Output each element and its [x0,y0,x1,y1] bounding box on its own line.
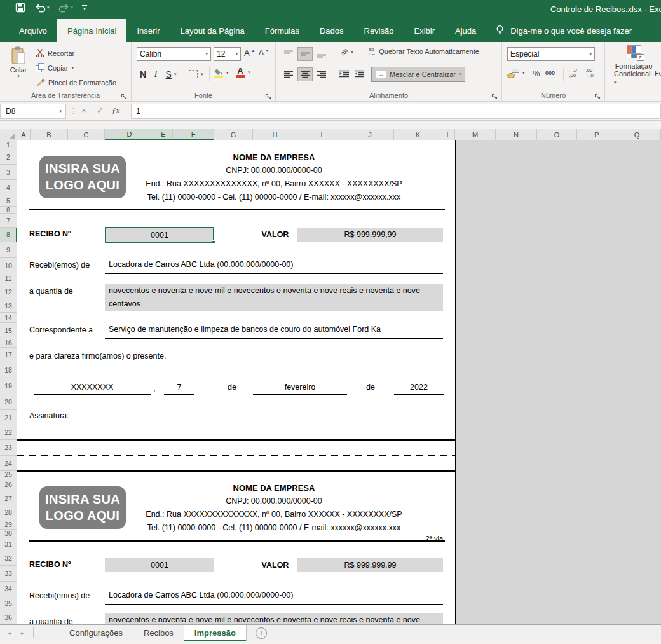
row-header-26[interactable]: 26 [0,477,17,491]
column-header-B[interactable]: B [31,129,68,140]
logo-placeholder-copy2[interactable]: INSIRA SUA LOGO AQUI [39,486,126,529]
conditional-formatting-button[interactable]: ≠ Formatação Condicional ▾ [614,45,653,85]
column-header-D[interactable]: D [105,129,154,140]
row-header-7[interactable]: 7 [0,214,17,228]
sheet-nav-left-icon[interactable]: ◂ [8,629,11,636]
decrease-indent-button[interactable] [339,70,349,78]
decrease-decimal-button[interactable]: ,00→,0 [585,68,594,78]
recibo-number-cell-copy2[interactable]: 0001 [105,558,214,572]
column-header-M[interactable]: M [455,129,496,140]
row-header-36[interactable]: 36 [0,610,17,624]
row-header-1[interactable]: 1 [0,140,17,149]
row-header-23[interactable]: 23 [0,440,17,456]
column-header-A[interactable]: A [17,129,31,140]
row-header-8[interactable]: 8 [0,228,17,242]
sheet-tab-recibos[interactable]: Recibos [133,625,184,641]
align-middle-button[interactable] [297,47,313,61]
tell-me-box[interactable]: Diga-me o que você deseja fazer [495,19,632,42]
tab-exibir[interactable]: Exibir [404,19,445,42]
column-header-H[interactable]: H [253,129,297,140]
row-header-31[interactable]: 31 [0,537,17,551]
font-color-button[interactable]: A ▾ [236,67,250,78]
sheet-tab-impressao[interactable]: Impressão [184,625,247,641]
row-header-34[interactable]: 34 [0,582,17,596]
row-header-11[interactable]: 11 [0,273,17,284]
row-header-17[interactable]: 17 [0,348,17,362]
fill-handle[interactable] [212,240,215,244]
row-header-13[interactable]: 13 [0,299,17,313]
row-header-30[interactable]: 30 [0,530,17,537]
merge-center-button[interactable]: ↔ Mesclar e Centralizar ▾ [371,67,465,82]
year-field[interactable]: 2022 [394,381,444,395]
paste-button[interactable]: Colar ▾ [5,46,32,79]
column-header-L[interactable]: L [442,129,455,140]
clipboard-dialog-launcher-icon[interactable] [121,92,128,99]
number-dialog-launcher-icon[interactable] [594,92,601,99]
city-field[interactable]: XXXXXXXX [34,381,151,395]
tab-dados[interactable]: Dados [310,19,354,42]
align-left-button[interactable] [281,67,296,81]
tab-arquivo[interactable]: Arquivo [9,19,57,42]
align-top-button[interactable] [281,47,296,61]
column-header-F[interactable]: F [173,129,214,140]
column-header-P[interactable]: P [577,129,617,140]
row-header-14[interactable]: 14 [0,313,17,323]
reference-field[interactable]: Serviço de manutenção e limpeza de banco… [105,322,443,339]
align-right-button[interactable] [314,67,329,81]
formula-input[interactable]: 1 [131,104,661,119]
row-header-29[interactable]: 29 [0,519,17,530]
font-dialog-launcher-icon[interactable] [265,92,272,99]
column-header-J[interactable]: J [346,129,394,140]
column-header-I[interactable]: I [297,129,346,140]
row-header-32[interactable]: 32 [0,551,17,566]
logo-placeholder[interactable]: INSIRA SUA LOGO AQUI [39,156,126,198]
comma-style-button[interactable]: 000 [545,70,555,76]
fill-color-button[interactable]: ▾ [214,68,229,78]
column-header-K[interactable]: K [394,129,442,140]
shrink-font-button[interactable]: A▼ [259,48,269,57]
customize-quick-access-icon[interactable]: ▾ [82,5,87,10]
amount-words-cell[interactable]: novecentos e noventa e nove mil e novece… [105,284,443,311]
row-header-20[interactable]: 20 [0,394,17,410]
font-size-combo[interactable]: 12 ▾ [214,47,241,61]
column-header-E[interactable]: E [154,129,173,140]
tab-revisao[interactable]: Revisão [354,19,404,42]
valor-cell[interactable]: R$ 999.999,99 [297,228,443,242]
row-header-19[interactable]: 19 [0,378,17,394]
wrap-text-button[interactable]: ab c← Quebrar Texto Automaticamente [369,47,479,56]
worksheet-grid[interactable]: INSIRA SUA LOGO AQUI NOME DA EMPRESA CNP… [0,140,661,624]
name-box[interactable]: D8 ▾ [0,104,66,119]
undo-caret-icon[interactable]: ▾ [47,5,50,10]
row-header-22[interactable]: 22 [0,425,17,440]
column-header-N[interactable]: N [496,129,537,140]
accounting-format-button[interactable]: ▾ [507,68,525,78]
borders-button[interactable]: ▾ [189,70,203,78]
tab-inserir[interactable]: Inserir [126,19,170,42]
row-header-10[interactable]: 10 [0,258,17,273]
valor-cell-copy2[interactable]: R$ 999.999,99 [297,558,443,572]
font-family-combo[interactable]: Calibri ▾ [137,47,211,61]
orientation-button[interactable]: ab ▾ [341,48,353,55]
select-all-corner[interactable] [0,129,17,140]
tab-ajuda[interactable]: Ajuda [445,19,486,42]
recibo-number-cell[interactable]: 0001 [105,227,214,243]
new-sheet-icon[interactable]: + [256,627,267,639]
row-header-16[interactable]: 16 [0,338,17,348]
column-header-C[interactable]: C [68,129,105,140]
format-as-table-button-partial[interactable]: Fo [655,69,661,77]
copy-button[interactable]: Copiar ▾ [36,63,74,72]
insert-function-icon[interactable]: ƒx [112,106,119,116]
alignment-dialog-launcher-icon[interactable] [491,92,498,99]
amount-words-cell-copy2[interactable]: novecentos e noventa e nove mil e novece… [105,613,443,624]
format-painter-button[interactable]: Pincel de Formatação [36,78,116,88]
received-from-field[interactable]: Locadora de Carros ABC Ltda (00.000.000/… [105,257,443,274]
number-format-combo[interactable]: Especial ▾ [507,47,595,61]
row-header-24[interactable]: 24 [0,456,17,471]
sheet-nav-right-icon[interactable]: ▸ [21,629,24,636]
row-header-9[interactable]: 9 [0,242,17,258]
month-field[interactable]: fevereiro [253,381,347,395]
column-header-O[interactable]: O [537,129,577,140]
cancel-icon[interactable]: × [81,106,86,115]
row-header-3[interactable]: 3 [0,165,17,180]
day-field[interactable]: 7 [164,381,194,395]
